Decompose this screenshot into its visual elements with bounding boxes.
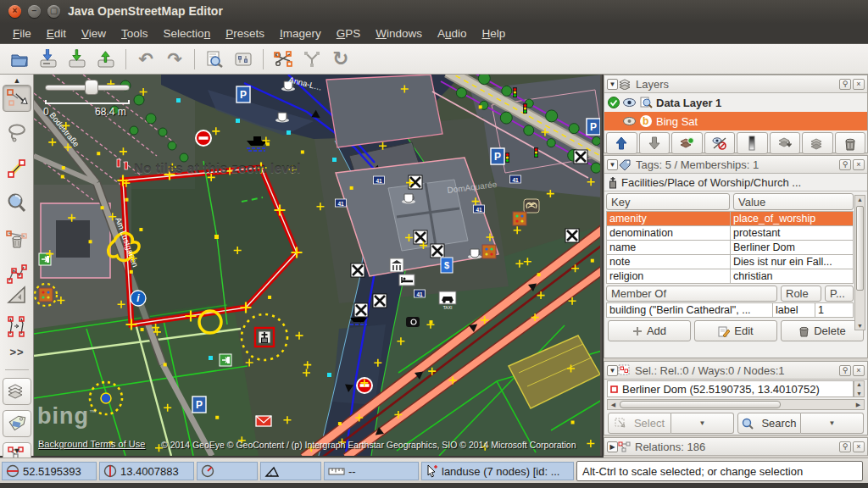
map-canvas[interactable]: P P P P i [34, 75, 602, 456]
close-panel-icon[interactable]: × [853, 159, 865, 170]
scale-distance-label: 68.4 m [95, 106, 126, 118]
tools-scroll-down-icon[interactable]: ▼ [3, 446, 31, 455]
tag-row[interactable]: religionchristian [607, 269, 854, 284]
layer-move-up-button[interactable] [606, 132, 637, 154]
maximize-button[interactable]: ▢ [47, 5, 60, 18]
layer-duplicate-button[interactable] [802, 132, 833, 154]
menu-help[interactable]: Help [475, 25, 514, 42]
tag-row[interactable]: nameBerliner Dom [607, 241, 854, 255]
shop-icon [482, 245, 496, 258]
selection-icon [618, 364, 631, 376]
merge-nodes-button[interactable] [298, 47, 326, 72]
layer-move-down-button[interactable] [639, 132, 670, 154]
stick-panel-icon[interactable]: ⚲ [839, 79, 851, 90]
edit-tag-button[interactable]: Edit [694, 320, 777, 341]
collapse-icon[interactable]: ▼ [607, 365, 618, 376]
stick-panel-icon[interactable]: ⚲ [839, 441, 851, 452]
scrollbar-thumb[interactable] [620, 401, 781, 408]
selected-object-item[interactable]: Berliner Dom (52.5190735, 13.4010752) [607, 380, 854, 397]
redo-button[interactable]: ↷ [160, 47, 189, 72]
menu-windows[interactable]: Windows [368, 25, 430, 42]
parallel-way-tool-button[interactable] [3, 313, 31, 341]
download-data-button[interactable] [63, 47, 92, 72]
close-panel-icon[interactable]: × [853, 365, 865, 376]
preset-row[interactable]: Facilities/Place of Worship/Church ... [604, 174, 867, 191]
selection-hscrollbar[interactable]: ◀ ▶ [607, 399, 865, 410]
more-tools-button[interactable]: >> [3, 342, 31, 361]
download-along-button[interactable] [34, 47, 63, 72]
lasso-tool-button[interactable] [3, 119, 31, 146]
tools-scroll-up-icon[interactable]: ▲ [3, 76, 31, 85]
membership-row[interactable]: building ("Berlin Cathedral", ... label … [607, 303, 854, 318]
position-column-header[interactable]: P... [825, 286, 854, 302]
toggle-tags-panel-button[interactable] [3, 410, 31, 437]
unglue-ways-button[interactable] [269, 47, 298, 72]
tags-scrollbar[interactable]: ▲ ▼ [854, 195, 865, 330]
extrude-tool-button[interactable] [3, 281, 31, 308]
terms-of-use-link[interactable]: Background Terms of Use [38, 439, 145, 449]
layer-merge-button[interactable] [770, 132, 801, 154]
layer-show-hide-button[interactable] [704, 132, 736, 154]
zoom-tool-button[interactable] [3, 190, 31, 217]
menu-imagery[interactable]: Imagery [272, 25, 329, 42]
role-column-header[interactable]: Role [781, 286, 821, 302]
key-column-header[interactable]: Key [606, 193, 730, 210]
select-button[interactable]: Select [608, 413, 671, 434]
menu-file[interactable]: File [5, 25, 39, 42]
scroll-down-icon[interactable]: ▼ [854, 391, 864, 396]
layer-row-bing-sat[interactable]: b Bing Sat [604, 112, 867, 130]
collapse-icon[interactable]: ▼ [607, 159, 618, 170]
preferences-button[interactable] [229, 47, 258, 72]
delete-tag-button[interactable]: Delete [781, 320, 864, 341]
visibility-eye-icon[interactable] [622, 115, 637, 127]
tag-row[interactable]: amenityplace_of_worship [607, 212, 854, 226]
toggle-layers-panel-button[interactable] [3, 378, 31, 405]
scrollbar-thumb[interactable] [856, 206, 864, 291]
search-objects-button[interactable] [200, 47, 229, 72]
layer-activate-button[interactable] [671, 132, 703, 154]
close-panel-icon[interactable]: × [853, 79, 865, 90]
update-data-button[interactable]: ↻ [326, 47, 355, 72]
close-panel-icon[interactable]: × [853, 441, 865, 452]
undo-button[interactable]: ↶ [131, 47, 160, 72]
search-dropdown-icon[interactable]: ▼ [801, 413, 864, 434]
tag-row[interactable]: noteDies ist nur ein Fall... [607, 255, 854, 269]
menu-edit[interactable]: Edit [39, 25, 74, 42]
zoom-slider-handle[interactable] [85, 80, 98, 95]
stick-panel-icon[interactable]: ⚲ [839, 365, 851, 376]
member-of-column-header[interactable]: Member Of [606, 286, 777, 302]
draw-nodes-tool-button[interactable] [3, 155, 31, 182]
expand-icon[interactable]: ▶ [607, 441, 618, 452]
menu-presets[interactable]: Presets [218, 25, 272, 42]
close-button[interactable]: × [8, 5, 21, 18]
tag-row[interactable]: denominationprotestant [607, 226, 854, 241]
layer-delete-button[interactable] [835, 132, 866, 154]
scroll-up-icon[interactable]: ▲ [855, 197, 865, 202]
menu-tools[interactable]: Tools [114, 25, 156, 42]
selection-spinner[interactable]: ▲ ▼ [854, 380, 865, 397]
minimize-button[interactable]: − [28, 5, 41, 18]
select-splitbutton: Select ▼ [608, 413, 734, 434]
menu-view[interactable]: View [74, 25, 114, 42]
scroll-up-icon[interactable]: ▲ [854, 381, 864, 387]
menu-audio[interactable]: Audio [430, 25, 475, 42]
select-tool-button[interactable] [3, 85, 31, 112]
delete-tool-button[interactable] [3, 225, 31, 252]
menu-selection[interactable]: Selection [156, 25, 219, 42]
collapse-icon[interactable]: ▼ [607, 79, 618, 90]
search-button[interactable]: Search [737, 413, 801, 434]
add-tag-button[interactable]: Add [608, 320, 691, 341]
layer-opacity-button[interactable] [737, 132, 768, 154]
value-column-header[interactable]: Value [733, 193, 854, 210]
map-view[interactable]: P P P P i [34, 75, 602, 456]
scroll-down-icon[interactable]: ▼ [855, 323, 865, 329]
layer-row-data-layer[interactable]: Data Layer 1 [604, 93, 867, 112]
upload-data-button[interactable] [92, 47, 120, 72]
stick-panel-icon[interactable]: ⚲ [839, 159, 851, 170]
select-dropdown-icon[interactable]: ▼ [671, 413, 734, 434]
scroll-right-icon[interactable]: ▶ [854, 402, 863, 408]
open-file-button[interactable] [5, 47, 34, 72]
scroll-left-icon[interactable]: ◀ [609, 402, 618, 408]
menu-gps[interactable]: GPS [329, 25, 369, 42]
visibility-eye-icon[interactable] [622, 97, 637, 108]
